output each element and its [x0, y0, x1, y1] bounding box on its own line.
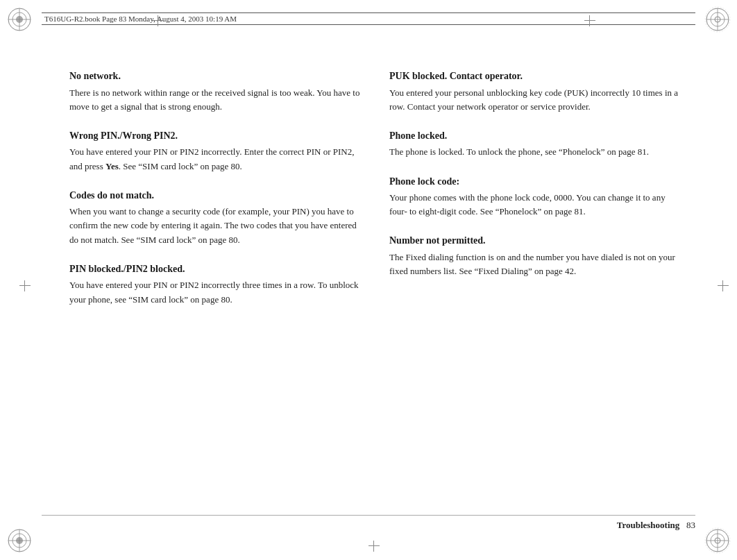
section-codes-not-match: Codes do not match. When you want to cha…	[69, 189, 362, 247]
left-column: No network. There is no network within r…	[69, 42, 362, 504]
section-phone-locked-title: Phone locked.	[389, 129, 681, 143]
section-no-network-title: No network.	[69, 69, 362, 83]
header-bar: T616UG-R2.book Page 83 Monday, August 4,…	[42, 12, 695, 25]
section-puk-blocked-title: PUK blocked. Contact operator.	[389, 69, 681, 83]
section-puk-blocked: PUK blocked. Contact operator. You enter…	[389, 69, 681, 114]
corner-decoration-tr	[701, 3, 734, 36]
section-wrong-pin-body: You have entered your PIN or PIN2 incorr…	[69, 145, 362, 173]
section-codes-not-match-title: Codes do not match.	[69, 189, 362, 203]
section-number-not-permitted-title: Number not permitted.	[389, 234, 681, 248]
corner-decoration-tl	[3, 3, 36, 36]
corner-decoration-bl	[3, 524, 36, 557]
section-number-not-permitted: Number not permitted. The Fixed dialing …	[389, 234, 681, 278]
header-text: T616UG-R2.book Page 83 Monday, August 4,…	[44, 15, 237, 23]
footer-label: Troubleshooting 83	[617, 520, 695, 531]
section-phone-lock-code-body: Your phone comes with the phone lock cod…	[389, 191, 681, 219]
footer-page-number: 83	[686, 520, 695, 530]
section-no-network-body: There is no network within range or the …	[69, 86, 362, 114]
section-wrong-pin: Wrong PIN./Wrong PIN2. You have entered …	[69, 129, 362, 173]
section-puk-blocked-body: You entered your personal unblocking key…	[389, 86, 681, 114]
section-no-network: No network. There is no network within r…	[69, 69, 362, 114]
section-phone-lock-code: Phone lock code: Your phone comes with t…	[389, 175, 681, 219]
footer: Troubleshooting 83	[42, 515, 695, 531]
corner-decoration-br	[701, 524, 734, 557]
content-area: No network. There is no network within r…	[69, 42, 681, 504]
section-wrong-pin-title: Wrong PIN./Wrong PIN2.	[69, 129, 362, 143]
section-phone-locked: Phone locked. The phone is locked. To un…	[389, 129, 681, 160]
section-pin-blocked-title: PIN blocked./PIN2 blocked.	[69, 262, 362, 276]
section-phone-locked-body: The phone is locked. To unlock the phone…	[389, 145, 681, 159]
right-column: PUK blocked. Contact operator. You enter…	[389, 42, 681, 504]
section-phone-lock-code-title: Phone lock code:	[389, 175, 681, 189]
section-pin-blocked: PIN blocked./PIN2 blocked. You have ente…	[69, 262, 362, 307]
section-number-not-permitted-body: The Fixed dialing function is on and the…	[389, 251, 681, 278]
section-codes-not-match-body: When you want to change a security code …	[69, 205, 362, 246]
section-pin-blocked-body: You have entered your PIN or PIN2 incorr…	[69, 278, 362, 306]
